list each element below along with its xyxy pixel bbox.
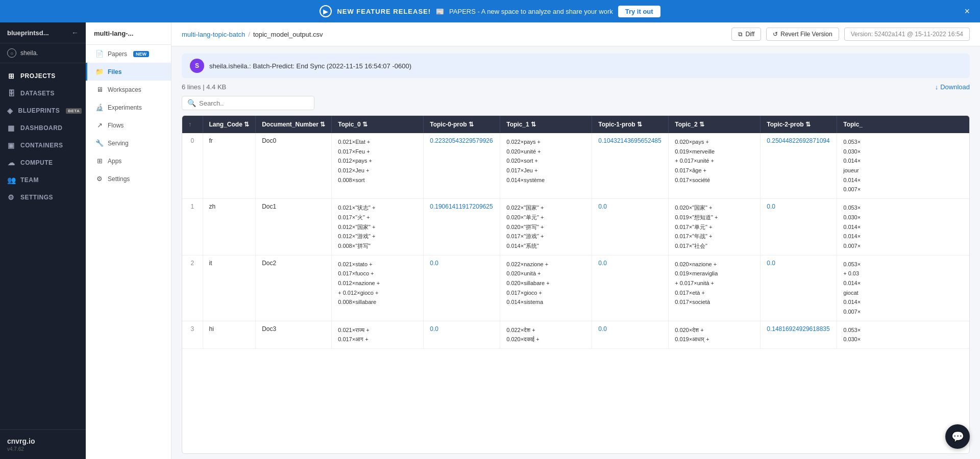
chat-icon: 💬 [951, 430, 964, 443]
file-info-bar: 6 lines | 4.4 KB ↓ Download [182, 83, 970, 91]
download-button[interactable]: ↓ Download [935, 83, 970, 91]
cell-topic2prob: 0.0 [761, 199, 837, 255]
feature-banner: ▶ NEW FEATURE RELEASE! 📰 PAPERS - A new … [0, 0, 980, 22]
col-header-lang[interactable]: Lang_Code ⇅ [203, 116, 256, 133]
papers-label: PAPERS - A new space to analyze and shar… [449, 8, 613, 15]
close-banner-button[interactable]: × [964, 6, 970, 17]
cell-row-num: 3 [182, 321, 203, 348]
sidebar-item-apps[interactable]: ⊞ Apps [86, 152, 171, 170]
cell-topic0: 0.021×"状志" +0.017×"火" +0.012×"国家" +0.012… [332, 199, 424, 255]
cnvrg-logo: cnvrg.io [7, 437, 79, 445]
sidebar-item-flows[interactable]: ↗ Flows [86, 116, 171, 134]
org-name: blueprintsd... [7, 29, 49, 37]
play-symbol: ▶ [323, 8, 328, 15]
cell-topic0: 0.021×Etat +0.017×Feu +0.012×pays +0.012… [332, 133, 424, 199]
cell-topic0prob: 0.0 [424, 321, 500, 348]
breadcrumb: multi-lang-topic-batch / topic_model_out… [182, 31, 323, 38]
file-table-wrapper: ↑ Lang_Code ⇅ Document_Number ⇅ Topic_0 … [182, 115, 970, 454]
cell-extra: 0.053×0.030×0.014×0.014×0.007× [837, 199, 969, 255]
sidebar-item-serving[interactable]: 🔧 Serving [86, 134, 171, 152]
cell-topic0prob: 0.22320543229579926 [424, 133, 500, 199]
download-icon: ↓ [935, 83, 939, 91]
diff-icon: ⧉ [738, 31, 743, 38]
cell-docnum: Doc0 [256, 133, 332, 199]
cell-topic2: 0.020×pays +0.019×merveille+ 0.017×unité… [669, 133, 761, 199]
commit-bar: S sheila.isheila.: Batch-Predict: End Sy… [182, 54, 970, 78]
cell-topic2: 0.020×"国家" +0.019×"想知道" +0.017×"单元" +0.0… [669, 199, 761, 255]
col-header-topic2[interactable]: Topic_2 ⇅ [669, 116, 761, 133]
sidebar-item-team[interactable]: 👥 TEAM [0, 171, 86, 189]
sidebar-item-projects[interactable]: ⊞ PROJECTS [0, 67, 86, 85]
sidebar-item-containers[interactable]: ▣ CONTAINERS [0, 137, 86, 154]
projects-icon: ⊞ [7, 72, 15, 80]
cell-topic1prob: 0.0 [592, 321, 669, 348]
table-row: 2 it Doc2 0.021×stato +0.017×fuoco +0.01… [182, 255, 969, 321]
col-header-extra[interactable]: Topic_ [837, 116, 969, 133]
feature-label: NEW FEATURE RELEASE! [337, 8, 431, 15]
topbar-actions: ⧉ Diff ↺ Revert File Version Version: 52… [731, 28, 970, 41]
sidebar-item-dashboard[interactable]: ▦ DASHBOARD [0, 119, 86, 137]
version-label: v4.7.62 [7, 446, 79, 452]
team-icon: 👥 [7, 176, 15, 184]
col-header-docnum[interactable]: Document_Number ⇅ [256, 116, 332, 133]
papers-nav-icon: 📄 [95, 50, 104, 58]
col-header-topic1prob[interactable]: Topic-1-prob ⇅ [592, 116, 669, 133]
cell-topic1: 0.022×देश +0.020×दकाई + [500, 321, 592, 348]
diff-label: Diff [745, 31, 754, 38]
sidebar-item-experiments[interactable]: 🔬 Experiments [86, 98, 171, 116]
diff-button[interactable]: ⧉ Diff [731, 28, 761, 41]
papers-icon: 📰 [436, 8, 444, 15]
sidebar-item-project-settings[interactable]: ⚙ Settings [86, 170, 171, 188]
org-logo[interactable]: blueprintsd... [7, 29, 49, 37]
apps-nav-label: Apps [108, 158, 121, 165]
download-label: Download [940, 83, 970, 91]
sidebar-item-settings[interactable]: ⚙ SETTINGS [0, 189, 86, 206]
col-header-row[interactable]: ↑ [182, 116, 203, 133]
sidebar-item-papers[interactable]: 📄 Papers NEW [86, 45, 171, 63]
sidebar-item-datasets[interactable]: 🗄 DATASETS [0, 85, 86, 102]
cell-lang: fr [203, 133, 256, 199]
breadcrumb-project[interactable]: multi-lang-topic-batch [182, 31, 245, 38]
commit-message: sheila.isheila.: Batch-Predict: End Sync… [209, 62, 411, 70]
col-header-topic0[interactable]: Topic_0 ⇅ [332, 116, 424, 133]
sidebar-bottom: cnvrg.io v4.7.62 [0, 429, 86, 459]
collapse-button[interactable]: ← [71, 29, 79, 37]
main-nav: ⊞ PROJECTS 🗄 DATASETS ◈ BLUEPRINTS BETA … [0, 63, 86, 429]
cell-topic0prob: 0.19061411917209625 [424, 199, 500, 255]
col-header-topic1[interactable]: Topic_1 ⇅ [500, 116, 592, 133]
revert-icon: ↺ [773, 31, 778, 38]
files-nav-icon: 📁 [95, 68, 104, 75]
play-icon: ▶ [320, 5, 332, 17]
revert-button[interactable]: ↺ Revert File Version [766, 28, 839, 41]
cell-topic0: 0.021×stato +0.017×fuoco +0.012×nazione … [332, 255, 424, 321]
breadcrumb-sep: / [248, 31, 250, 38]
dashboard-icon: ▦ [7, 124, 15, 132]
datasets-icon: 🗄 [7, 89, 15, 97]
team-label: TEAM [20, 176, 39, 184]
col-header-topic0prob[interactable]: Topic-0-prob ⇅ [424, 116, 500, 133]
cell-topic1prob: 0.0 [592, 255, 669, 321]
sidebar-item-workspaces[interactable]: 🖥 Workspaces [86, 81, 171, 98]
search-input[interactable] [199, 99, 309, 107]
file-stats: 6 lines | 4.4 KB [182, 83, 226, 91]
content-topbar: multi-lang-topic-batch / topic_model_out… [172, 22, 980, 46]
col-header-topic2prob[interactable]: Topic-2-prob ⇅ [761, 116, 837, 133]
cell-lang: it [203, 255, 256, 321]
experiments-nav-icon: 🔬 [95, 104, 104, 111]
dashboard-label: DASHBOARD [20, 124, 63, 132]
search-bar: 🔍 [182, 96, 970, 110]
cell-topic2prob: 0.25044822692871094 [761, 133, 837, 199]
cell-topic0: 0.021×राज्य +0.017×आग + [332, 321, 424, 348]
sidebar-item-compute[interactable]: ☁ COMPUTE [0, 154, 86, 171]
main-sidebar: blueprintsd... ← ○ sheila. ⊞ PROJECTS 🗄 … [0, 22, 86, 459]
try-it-out-button[interactable]: Try it out [618, 6, 660, 17]
serving-nav-label: Serving [108, 140, 129, 147]
workspaces-nav-label: Workspaces [108, 86, 141, 93]
blueprints-label: BLUEPRINTS [18, 107, 60, 114]
sidebar-item-files[interactable]: 📁 Files [86, 63, 171, 81]
experiments-nav-label: Experiments [108, 104, 142, 111]
chat-button[interactable]: 💬 [945, 424, 970, 449]
project-settings-icon: ⚙ [95, 175, 104, 183]
sidebar-item-blueprints[interactable]: ◈ BLUEPRINTS BETA [0, 102, 86, 119]
cell-docnum: Doc3 [256, 321, 332, 348]
